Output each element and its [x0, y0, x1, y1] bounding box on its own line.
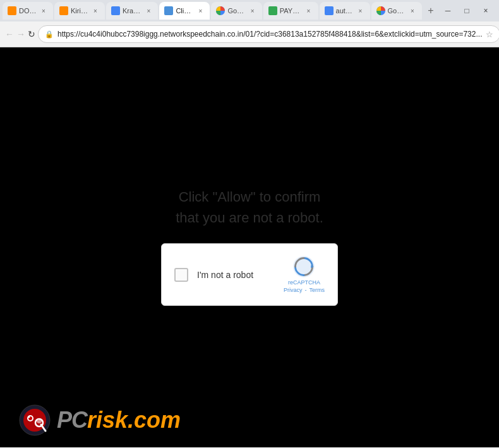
tab-1-label: DOW... [19, 7, 37, 15]
tab-4-active[interactable]: Click ^ × [159, 2, 210, 20]
recaptcha-brand: reCAPTCHA Privacy - Terms [284, 279, 325, 294]
recaptcha-checkbox[interactable] [174, 268, 188, 282]
faint-message: Click "Allow" to confirm that you are no… [176, 186, 323, 228]
tab-3-close[interactable]: × [144, 6, 153, 15]
recaptcha-privacy-link[interactable]: Privacy [284, 287, 303, 294]
faint-line-2: that you are not a robot. [176, 207, 323, 228]
recaptcha-logo-icon [292, 255, 315, 278]
tab-1[interactable]: DOW... × [3, 2, 53, 20]
reload-button[interactable]: ↻ [28, 25, 35, 43]
address-bar[interactable]: 🔒 https://cu4c4i0hubcc7398iggg.networksp… [38, 25, 499, 43]
bottom-branding: PCrisk.com [19, 404, 181, 436]
pcrisk-risk-text: risk.com [87, 407, 181, 433]
back-button[interactable]: ← [5, 25, 14, 43]
tab-7-favicon [325, 6, 334, 15]
tab-7-close[interactable]: × [356, 6, 365, 15]
minimize-button[interactable]: ─ [440, 4, 456, 17]
tab-6-favicon [268, 6, 277, 15]
pcrisk-logo-icon [19, 404, 51, 436]
tab-8-label: Googl... [388, 7, 406, 15]
faint-line-1: Click "Allow" to confirm [176, 186, 323, 207]
new-tab-button[interactable]: + [423, 2, 438, 20]
forward-button[interactable]: → [16, 25, 25, 43]
recaptcha-container: I'm not a robot reCAPTCHA Privacy - [161, 243, 338, 306]
browser-chrome: DOW... × KirisT... × Kraver... × Click ^… [0, 0, 499, 47]
tab-7-label: auto-l... [336, 7, 354, 15]
tab-6-label: PAYME... [280, 7, 302, 15]
tab-8[interactable]: Googl... × [371, 2, 422, 20]
tab-5[interactable]: Googl... × [211, 2, 262, 20]
tab-3[interactable]: Kraver... × [106, 2, 158, 20]
title-bar: DOW... × KirisT... × Kraver... × Click ^… [0, 0, 499, 21]
tab-5-favicon [216, 6, 225, 15]
tab-3-favicon [111, 6, 120, 15]
close-button[interactable]: × [478, 4, 494, 17]
url-text[interactable]: https://cu4c4i0hubcc7398iggg.networkspee… [57, 30, 482, 39]
lock-icon: 🔒 [45, 30, 54, 39]
tab-2-favicon [59, 6, 68, 15]
tab-2[interactable]: KirisT... × [54, 2, 105, 20]
page-content: Click "Allow" to confirm that you are no… [0, 47, 499, 447]
recaptcha-separator: - [305, 287, 307, 294]
nav-bar: ← → ↻ 🔒 https://cu4c4i0hubcc7398iggg.net… [0, 21, 499, 47]
tab-4-close[interactable]: × [196, 6, 205, 15]
window-controls: ─ □ × [440, 4, 496, 17]
tab-2-label: KirisT... [71, 7, 88, 15]
tab-2-close[interactable]: × [91, 6, 100, 15]
tab-3-label: Kraver... [123, 7, 141, 15]
tab-4-favicon [164, 6, 173, 15]
tab-8-close[interactable]: × [408, 6, 417, 15]
recaptcha-inner: I'm not a robot reCAPTCHA Privacy - [174, 255, 325, 294]
tab-8-favicon [376, 6, 385, 15]
tab-5-close[interactable]: × [248, 6, 257, 15]
pcrisk-text-logo: PCrisk.com [57, 407, 181, 433]
tab-4-label: Click ^ [176, 7, 193, 15]
bookmark-icon[interactable]: ☆ [486, 30, 493, 39]
tab-1-close[interactable]: × [39, 6, 48, 15]
tab-6[interactable]: PAYME... × [263, 2, 318, 20]
recaptcha-label: I'm not a robot [197, 270, 275, 280]
tab-7[interactable]: auto-l... × [320, 2, 370, 20]
tab-1-favicon [8, 6, 16, 15]
tab-5-label: Googl... [227, 7, 245, 15]
svg-point-8 [28, 416, 30, 418]
tab-6-close[interactable]: × [304, 6, 313, 15]
recaptcha-logo-area: reCAPTCHA Privacy - Terms [284, 255, 325, 294]
recaptcha-terms-link[interactable]: Terms [310, 287, 325, 294]
maximize-button[interactable]: □ [459, 4, 475, 17]
pcrisk-pc-text: PC [57, 407, 87, 433]
